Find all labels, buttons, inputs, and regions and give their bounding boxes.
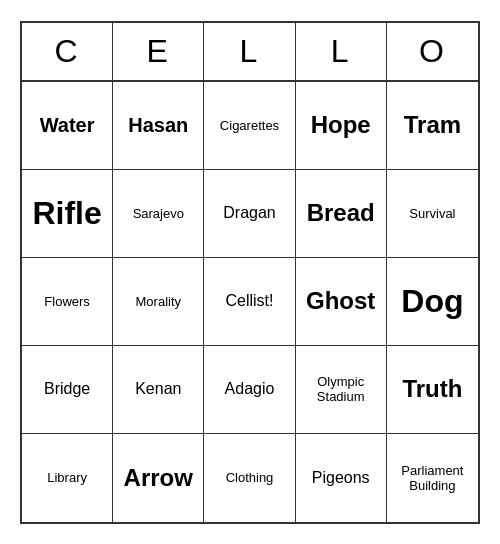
header-letter: E bbox=[113, 23, 204, 80]
bingo-cell: Dog bbox=[387, 258, 478, 346]
bingo-cell: Olympic Stadium bbox=[296, 346, 387, 434]
bingo-cell: Library bbox=[22, 434, 113, 522]
header-letter: L bbox=[204, 23, 295, 80]
bingo-cell: Ghost bbox=[296, 258, 387, 346]
bingo-cell: Hasan bbox=[113, 82, 204, 170]
bingo-cell: Flowers bbox=[22, 258, 113, 346]
bingo-cell: Arrow bbox=[113, 434, 204, 522]
bingo-cell: Clothing bbox=[204, 434, 295, 522]
bingo-cell: Hope bbox=[296, 82, 387, 170]
bingo-cell: Survival bbox=[387, 170, 478, 258]
bingo-cell: Bridge bbox=[22, 346, 113, 434]
bingo-cell: Water bbox=[22, 82, 113, 170]
bingo-cell: Rifle bbox=[22, 170, 113, 258]
bingo-card: CELLO WaterHasanCigarettesHopeTramRifleS… bbox=[20, 21, 480, 524]
header-letter: L bbox=[296, 23, 387, 80]
bingo-cell: Tram bbox=[387, 82, 478, 170]
bingo-cell: Truth bbox=[387, 346, 478, 434]
bingo-cell: Sarajevo bbox=[113, 170, 204, 258]
bingo-cell: Cellist! bbox=[204, 258, 295, 346]
header-letter: O bbox=[387, 23, 478, 80]
bingo-cell: Dragan bbox=[204, 170, 295, 258]
bingo-cell: Parliament Building bbox=[387, 434, 478, 522]
bingo-cell: Kenan bbox=[113, 346, 204, 434]
bingo-cell: Pigeons bbox=[296, 434, 387, 522]
bingo-cell: Morality bbox=[113, 258, 204, 346]
bingo-cell: Adagio bbox=[204, 346, 295, 434]
bingo-cell: Bread bbox=[296, 170, 387, 258]
bingo-cell: Cigarettes bbox=[204, 82, 295, 170]
bingo-grid: WaterHasanCigarettesHopeTramRifleSarajev… bbox=[22, 82, 478, 522]
header-letter: C bbox=[22, 23, 113, 80]
bingo-header: CELLO bbox=[22, 23, 478, 82]
